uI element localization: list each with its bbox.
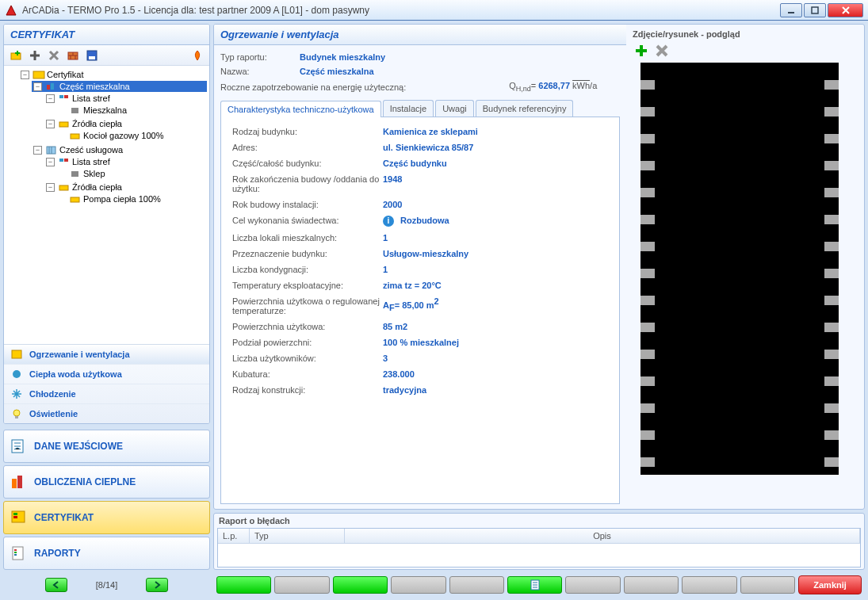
tree-leaf-kociol[interactable]: Kocioł gazowy 100% <box>57 130 207 141</box>
progress-seg-4[interactable] <box>391 576 445 594</box>
svg-rect-14 <box>64 95 68 98</box>
tree-toolbar <box>4 45 209 66</box>
tree-node-lista-stref-2[interactable]: −Lista stref <box>44 156 207 167</box>
svg-rect-1 <box>812 7 818 13</box>
property-value[interactable]: 1 <box>383 265 388 274</box>
property-row: Powierzchnia użytkowa o regulowanej temp… <box>232 293 608 319</box>
svg-rect-31 <box>12 479 17 488</box>
error-col-opis[interactable]: Opis <box>345 529 860 543</box>
property-value[interactable]: Część budynku <box>383 159 447 168</box>
svg-rect-25 <box>71 197 79 202</box>
property-row: Liczba lokali mieszkalnych:1 <box>232 230 608 246</box>
property-row: Rodzaj konstrukcji:tradycyjna <box>232 382 608 398</box>
property-value[interactable]: iRozbudowa <box>383 216 449 227</box>
info-icon[interactable]: i <box>383 216 394 227</box>
subnav-woda[interactable]: Ciepła woda użytkowa <box>4 364 209 384</box>
add-button[interactable] <box>26 47 44 64</box>
certificate-tree[interactable]: −Certyfikat −Część mieszkalna −Lista str… <box>4 66 209 344</box>
property-value[interactable]: ul. Sienkiewicza 85/87 <box>383 143 473 152</box>
progress-seg-9[interactable] <box>682 576 736 594</box>
tab-charakterystyka[interactable]: Charakterystyka techniczno-użytkowa <box>220 101 381 117</box>
property-value[interactable]: AF= 85,00 m2 <box>383 296 439 315</box>
progress-seg-8[interactable] <box>624 576 679 594</box>
close-button[interactable]: Zamknij <box>798 575 862 594</box>
maximize-button[interactable] <box>804 3 826 17</box>
nav-dane[interactable]: DANE WEJŚCIOWE <box>3 430 210 463</box>
property-value[interactable]: 1948 <box>383 174 402 193</box>
progress-seg-5[interactable] <box>449 576 504 594</box>
tree-node-lista-stref-1[interactable]: −Lista stref <box>44 93 207 104</box>
error-col-typ[interactable]: Typ <box>250 529 345 543</box>
svg-point-28 <box>13 410 20 416</box>
property-row: Liczba kondygnacji:1 <box>232 262 608 277</box>
pager-prev[interactable] <box>45 578 67 592</box>
tree-root[interactable]: −Certyfikat <box>19 69 207 80</box>
add-folder-button[interactable] <box>7 47 25 64</box>
tree-node-zrodla-2[interactable]: −Źródła ciepła <box>44 182 207 193</box>
svg-rect-2 <box>11 53 21 59</box>
tree-node-zrodla-1[interactable]: −Źródła ciepła <box>44 118 207 129</box>
error-col-lp[interactable]: L.p. <box>218 529 250 543</box>
tab-uwagi[interactable]: Uwagi <box>435 100 474 117</box>
close-window-button[interactable] <box>828 3 863 17</box>
tree-node-mieszkalna[interactable]: −Część mieszkalna <box>32 81 207 92</box>
pager-label: [8/14] <box>96 580 118 590</box>
fire-icon-button[interactable] <box>189 47 206 64</box>
tree-leaf-sklep[interactable]: Sklep <box>57 168 207 179</box>
minimize-button[interactable] <box>780 3 802 17</box>
svg-rect-35 <box>13 516 17 518</box>
progress-seg-10[interactable] <box>740 576 795 594</box>
preview-delete-button[interactable] <box>653 42 671 59</box>
progress-seg-6[interactable] <box>507 576 562 594</box>
film-placeholder <box>640 63 839 475</box>
main-head: Typ raportu:Budynek mieszkalny Nazwa:Czę… <box>220 50 620 95</box>
property-value[interactable]: 100 % mieszkalnej <box>383 338 459 347</box>
tab-instalacje[interactable]: Instalacje <box>383 100 434 117</box>
svg-rect-38 <box>14 552 17 553</box>
pager-next[interactable] <box>146 578 168 592</box>
delete-button[interactable] <box>45 47 63 64</box>
property-value[interactable]: 238.000 <box>383 369 415 379</box>
property-value[interactable]: Kamienica ze sklepami <box>383 127 478 136</box>
progress-seg-2[interactable] <box>274 576 329 594</box>
bottom-bar: Zamknij <box>213 573 865 597</box>
tree-node-uslugowa[interactable]: −Cześć usługowa <box>32 144 207 155</box>
property-value[interactable]: 2000 <box>383 200 402 209</box>
nav-certyfikat[interactable]: CERTYFIKAT <box>3 501 210 534</box>
progress-seg-7[interactable] <box>565 576 620 594</box>
error-table[interactable]: L.p. Typ Opis <box>217 528 861 568</box>
property-value[interactable]: zima tz = 20°C <box>383 281 442 290</box>
nav-obliczenia[interactable]: OBLICZENIA CIEPLNE <box>3 465 210 499</box>
tab-budynek-ref[interactable]: Budynek referencyjny <box>476 100 574 117</box>
property-value[interactable]: 3 <box>383 354 388 363</box>
certificate-panel: CERTYFIKAT −Certyfikat −Część mieszkalna <box>3 24 210 424</box>
tree-leaf-pompa[interactable]: Pompa ciepła 100% <box>57 193 207 204</box>
progress-seg-1[interactable] <box>216 576 271 594</box>
svg-rect-21 <box>59 159 63 162</box>
property-value[interactable]: Usługow-mieszkalny <box>383 249 468 258</box>
svg-rect-36 <box>13 547 23 560</box>
svg-rect-11 <box>47 85 50 90</box>
report-name[interactable]: Część mieszkalna <box>300 67 374 76</box>
save-button[interactable] <box>83 47 101 64</box>
property-value[interactable]: tradycyjna <box>383 385 426 395</box>
subnav-ogrzewanie[interactable]: Ogrzewanie i wentylacja <box>4 345 209 364</box>
property-row: Rok zakończenia budowy /oddania do użytk… <box>232 171 608 197</box>
subnav-chlodzenie[interactable]: Chłodzenie <box>4 384 209 403</box>
nav-raporty[interactable]: RAPORTY <box>3 537 210 570</box>
preview-panel: Zdjęcie/rysunek - podgląd <box>626 25 864 509</box>
progress-seg-3[interactable] <box>333 576 388 594</box>
window-title: ArCADia - TERMO Pro 1.5 - Licencja dla: … <box>22 5 780 16</box>
property-row: Rok budowy instalacji:2000 <box>232 197 608 212</box>
property-row: Adres:ul. Sienkiewicza 85/87 <box>232 139 608 155</box>
property-value[interactable]: 85 m2 <box>383 322 407 331</box>
wall-icon-button[interactable] <box>64 47 82 64</box>
tree-leaf-mieszkalna[interactable]: Mieszkalna <box>57 105 207 116</box>
subnav-oswietlenie[interactable]: Oświetlenie <box>4 403 209 423</box>
svg-rect-24 <box>59 185 68 190</box>
preview-add-button[interactable] <box>633 42 650 59</box>
svg-rect-26 <box>12 350 21 358</box>
report-type[interactable]: Budynek mieszkalny <box>300 52 385 62</box>
property-value[interactable]: 1 <box>383 233 388 243</box>
svg-rect-9 <box>89 56 95 59</box>
